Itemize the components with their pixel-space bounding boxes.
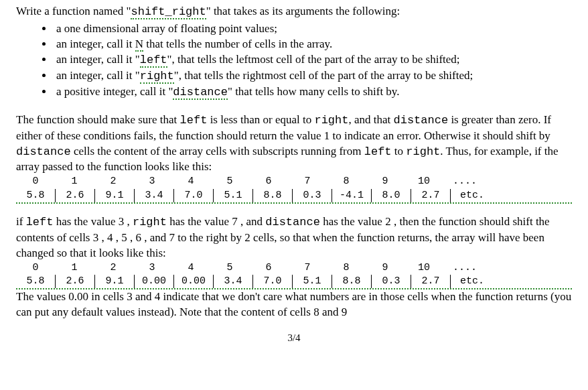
- idx-cell: 7: [288, 261, 327, 275]
- idx-cell: 10: [405, 261, 443, 275]
- desc-a: The function should make sure that: [16, 113, 180, 126]
- arg-item-2: an integer, call it N that tells the num…: [54, 37, 572, 52]
- intro-text-2: " that takes as its arguments the follow…: [206, 5, 400, 17]
- arg4-var-right: right: [140, 70, 174, 84]
- val-cell: 8.0: [371, 189, 411, 202]
- idx-cell: 0: [16, 175, 55, 188]
- val-cell: 5.1: [213, 189, 252, 202]
- example-paragraph: if left has the value 3 , right has the …: [16, 214, 572, 261]
- idx-cell: 5: [210, 175, 249, 188]
- ex-c: has the value 7 , and: [167, 215, 265, 228]
- val-cell: 8.8: [252, 189, 292, 202]
- desc-right1: right: [314, 114, 348, 127]
- desc-right2: right: [406, 145, 440, 158]
- arg2-text-a: an integer, call it: [56, 38, 135, 50]
- arg-item-5: a positive integer, call it "distance" t…: [54, 84, 572, 101]
- arg3-text-b: ", that tells the leftmost cell of the p…: [167, 53, 460, 66]
- val-cell: 9.1: [94, 189, 134, 202]
- idx-cell: 9: [366, 261, 405, 275]
- intro-paragraph: Write a function named "shift_right" tha…: [16, 4, 572, 20]
- idx-cell: 3: [133, 261, 171, 275]
- desc-b: is less than or equal to: [207, 113, 314, 126]
- ex-left: left: [26, 216, 54, 229]
- val-cell: 7.0: [173, 189, 213, 202]
- desc-left1: left: [180, 114, 208, 127]
- arg2-var-n: N: [135, 38, 143, 52]
- val-cell: etc.: [450, 189, 494, 202]
- val-cell: 0.00: [173, 275, 213, 288]
- idx-cell: 2: [94, 261, 133, 275]
- ex-right: right: [133, 216, 167, 229]
- desc-f: to: [392, 145, 407, 157]
- desc-c: , and that: [348, 113, 393, 126]
- array-after-index-row: 0 1 2 3 4 5 6 7 8 9 10 ....: [16, 261, 572, 275]
- idx-cell: 6: [249, 261, 288, 275]
- arg1-text: a one dimensional array of floating poin…: [56, 22, 277, 35]
- array-before-index-row: 0 1 2 3 4 5 6 7 8 9 10 ....: [16, 175, 572, 188]
- argument-list: a one dimensional array of floating poin…: [16, 21, 572, 101]
- arg-item-1: a one dimensional array of floating poin…: [54, 21, 572, 37]
- arg3-text-a: an integer, call it ": [56, 53, 140, 66]
- ex-b: has the value 3 ,: [53, 215, 133, 228]
- desc-dist2: distance: [16, 145, 71, 158]
- idx-cell: 8: [327, 261, 366, 275]
- val-cell: 9.1: [94, 275, 134, 288]
- val-cell: 5.1: [292, 275, 332, 288]
- arg3-var-left: left: [140, 54, 167, 68]
- ex-dist: distance: [265, 216, 320, 229]
- ex-a: if: [16, 215, 26, 228]
- val-cell: 5.8: [16, 275, 55, 288]
- desc-left2: left: [364, 145, 392, 158]
- val-cell: 5.8: [16, 189, 55, 202]
- val-cell: -4.1: [332, 189, 371, 202]
- arg-item-3: an integer, call it "left", that tells t…: [54, 52, 572, 68]
- function-name-code: shift_right: [131, 5, 206, 19]
- idx-cell: 4: [171, 261, 210, 275]
- idx-cell: 3: [133, 175, 171, 188]
- array-before-value-row: 5.8 2.6 9.1 3.4 7.0 5.1 8.8 0.3 -4.1 8.0…: [16, 189, 572, 204]
- arg4-text-b: ", that tells the rightmost cell of the …: [174, 69, 473, 82]
- arg4-text-a: an integer, call it ": [56, 69, 140, 82]
- val-cell: 2.6: [55, 189, 94, 202]
- idx-cell: 2: [94, 175, 133, 188]
- arg5-text-b: " that tells how many cells to shift by.: [228, 85, 400, 98]
- val-cell: 2.7: [411, 275, 450, 288]
- val-cell: 0.00: [134, 275, 173, 288]
- val-cell: 2.6: [55, 275, 94, 288]
- idx-cell: 10: [405, 175, 443, 188]
- intro-text-1: Write a function named ": [16, 5, 131, 17]
- idx-cell: 0: [16, 261, 55, 275]
- idx-cell: 9: [366, 175, 405, 188]
- description-paragraph: The function should make sure that left …: [16, 113, 572, 176]
- page-number: 3/4: [16, 320, 572, 347]
- idx-cell: 1: [55, 261, 94, 275]
- val-cell: 3.4: [213, 275, 252, 288]
- array-after: 0 1 2 3 4 5 6 7 8 9 10 .... 5.8 2.6 9.1 …: [16, 261, 572, 290]
- array-after-value-row: 5.8 2.6 9.1 0.00 0.00 3.4 7.0 5.1 8.8 0.…: [16, 275, 572, 289]
- array-before: 0 1 2 3 4 5 6 7 8 9 10 .... 5.8 2.6 9.1 …: [16, 175, 572, 204]
- idx-cell: 4: [171, 175, 210, 188]
- val-cell: 2.7: [411, 189, 450, 202]
- idx-cell: 6: [249, 175, 288, 188]
- val-cell: 3.4: [134, 189, 173, 202]
- arg-item-4: an integer, call it "right", that tells …: [54, 68, 572, 84]
- val-cell: 7.0: [252, 275, 292, 288]
- trailing-paragraph: The values 0.00 in cells 3 and 4 indicat…: [16, 289, 572, 320]
- val-cell: 0.3: [292, 189, 332, 202]
- arg2-text-b: that tells the number of cells in the ar…: [143, 38, 332, 50]
- arg5-var-distance: distance: [173, 86, 228, 100]
- idx-cell: 1: [55, 175, 94, 188]
- problem-page: Write a function named "shift_right" tha…: [0, 0, 588, 347]
- idx-cell: 5: [210, 261, 249, 275]
- idx-cell: ....: [443, 175, 486, 188]
- arg5-text-a: a positive integer, call it ": [56, 85, 173, 98]
- val-cell: 8.8: [332, 275, 371, 288]
- desc-dist1: distance: [394, 114, 449, 127]
- val-cell: 0.3: [371, 275, 411, 288]
- idx-cell: 8: [327, 175, 366, 188]
- val-cell: etc.: [450, 275, 494, 288]
- idx-cell: 7: [288, 175, 327, 188]
- desc-e: cells the content of the array cells wit…: [71, 145, 364, 157]
- idx-cell: ....: [443, 261, 486, 275]
